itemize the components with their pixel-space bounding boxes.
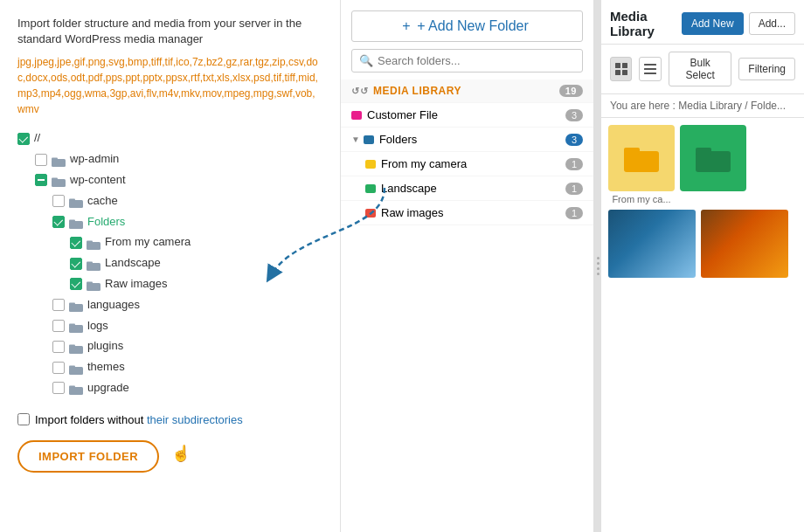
- landscape-dot: [365, 184, 376, 193]
- add-new-folder-button[interactable]: + + Add New Folder: [351, 10, 583, 42]
- from-my-camera-dot: [365, 160, 376, 169]
- landscape-count: 1: [565, 183, 583, 195]
- photo-thumb-2[interactable]: [701, 210, 788, 278]
- plugins-checkbox[interactable]: [52, 341, 65, 353]
- folder-icon-raw-images: [87, 279, 100, 289]
- tree-item-folders: Folders: [17, 213, 322, 231]
- cursor-icon: ☝: [171, 444, 191, 463]
- raw-images-checkbox[interactable]: [70, 278, 82, 290]
- tree-item-cache: cache: [17, 192, 322, 211]
- svg-rect-23: [69, 386, 75, 389]
- folder-list: ↺↺ MEDIA LIBRARY 19 Customer File 3 ▼ Fo…: [341, 79, 593, 532]
- svg-rect-1: [52, 157, 58, 160]
- import-subdirs-checkbox[interactable]: [17, 413, 30, 425]
- wp-admin-checkbox[interactable]: [35, 154, 47, 166]
- media-library-header-item[interactable]: ↺↺ MEDIA LIBRARY 19: [341, 79, 593, 103]
- folder-item-folders[interactable]: ▼ Folders 3: [341, 128, 593, 152]
- filtering-button[interactable]: Filtering: [738, 58, 795, 80]
- from-my-camera-list-label: From my camera: [381, 157, 467, 170]
- customer-file-dot: [351, 111, 362, 120]
- middle-panel: + + Add New Folder 🔍 ↺↺ MEDIA LIBRARY 19…: [341, 0, 594, 532]
- breadcrumb: You are here : Media Library / Folde...: [601, 94, 804, 118]
- cache-checkbox[interactable]: [52, 195, 65, 207]
- folder-icon-wp-admin: [52, 155, 66, 165]
- search-input[interactable]: [378, 54, 575, 67]
- wp-content-checkbox[interactable]: [35, 174, 47, 186]
- landscape-checkbox[interactable]: [70, 258, 82, 270]
- folder-icon-folders: [69, 217, 83, 227]
- view-toolbar: Bulk Select Filtering: [601, 45, 804, 94]
- photo-thumb-1[interactable]: [608, 210, 696, 278]
- svg-rect-21: [69, 365, 75, 368]
- add-new-button[interactable]: Add New: [682, 12, 744, 35]
- upgrade-checkbox[interactable]: [52, 382, 65, 394]
- tree-item-plugins: plugins: [17, 337, 322, 356]
- landscape-label: Landscape: [105, 254, 161, 273]
- folder-item-from-my-camera[interactable]: From my camera 1: [341, 152, 593, 176]
- svg-rect-3: [52, 178, 58, 181]
- folder-item-customer-file[interactable]: Customer File 3: [341, 103, 593, 128]
- divider-dots: [597, 257, 600, 275]
- tree-item-themes: themes: [17, 358, 322, 377]
- from-my-camera-checkbox[interactable]: [70, 237, 82, 249]
- folders-arrow-icon: ▼: [351, 135, 360, 144]
- folder-icon-from-my-camera: [87, 238, 100, 248]
- upgrade-label: upgrade: [87, 379, 129, 397]
- folder-thumb-from-my-camera[interactable]: From my ca...: [608, 125, 675, 204]
- folder-icon-plugins: [69, 342, 83, 352]
- languages-label: languages: [87, 296, 140, 314]
- themes-label: themes: [87, 358, 125, 377]
- svg-rect-5: [69, 199, 75, 202]
- svg-rect-32: [624, 148, 640, 155]
- customer-file-label: Customer File: [367, 108, 438, 121]
- tree-item-wp-admin: wp-admin: [17, 150, 322, 169]
- svg-rect-26: [615, 70, 620, 75]
- bulk-select-button[interactable]: Bulk Select: [669, 52, 731, 86]
- tree-item-landscape: Landscape: [17, 254, 322, 273]
- root-checkbox[interactable]: [17, 133, 30, 145]
- add-button-2[interactable]: Add...: [749, 12, 795, 35]
- folders-list-label: Folders: [379, 133, 417, 146]
- left-panel: Import folder structure and media from y…: [0, 0, 341, 532]
- panel-divider[interactable]: [594, 0, 601, 532]
- svg-rect-34: [696, 148, 711, 155]
- file-types-text: jpg,jpeg,jpe,gif,png,svg,bmp,tiff,tif,ic…: [17, 54, 322, 117]
- their-subdirectories-link[interactable]: their subdirectories: [147, 413, 243, 426]
- svg-rect-27: [622, 70, 627, 75]
- description-text: Import folder structure and media from y…: [17, 16, 322, 47]
- svg-rect-9: [87, 240, 93, 243]
- grid-view-button[interactable]: [610, 57, 632, 81]
- customer-file-count: 3: [565, 109, 583, 121]
- media-library-toolbar: Media Library Add New Add...: [601, 0, 804, 45]
- media-library-title: Media Library: [610, 9, 676, 38]
- folder-icon-logs: [69, 321, 83, 331]
- media-grid: From my ca...: [601, 118, 804, 532]
- plus-icon: +: [402, 18, 410, 33]
- breadcrumb-text: You are here : Media Library / Folde...: [610, 100, 786, 112]
- plugins-label: plugins: [87, 337, 123, 356]
- svg-rect-24: [615, 63, 620, 68]
- folder-thumbnail: [608, 125, 675, 191]
- media-library-icon: ↺↺: [351, 86, 368, 97]
- tree-item-upgrade: upgrade: [17, 379, 322, 397]
- logs-checkbox[interactable]: [52, 320, 65, 332]
- raw-images-list-label: Raw images: [381, 206, 444, 219]
- svg-rect-30: [644, 73, 656, 74]
- folder-item-landscape[interactable]: Landscape 1: [341, 176, 593, 201]
- svg-rect-25: [622, 63, 627, 68]
- list-view-button[interactable]: [639, 57, 661, 81]
- folder-item-raw-images[interactable]: Raw images 1: [341, 201, 593, 225]
- import-subdirs-label: Import folders without their subdirector…: [35, 413, 243, 426]
- import-folder-button[interactable]: IMPORT FOLDER: [17, 440, 159, 473]
- folders-checkbox[interactable]: [52, 216, 65, 228]
- folder-icon-themes: [69, 363, 83, 373]
- languages-checkbox[interactable]: [52, 299, 65, 311]
- themes-checkbox[interactable]: [52, 362, 65, 374]
- import-subdirs-row: Import folders without their subdirector…: [17, 413, 322, 426]
- svg-rect-15: [69, 303, 75, 306]
- tree-root: //: [17, 129, 322, 148]
- folder-thumb-green[interactable]: [680, 125, 746, 204]
- svg-rect-28: [644, 64, 656, 66]
- folder-icon-landscape: [87, 259, 100, 269]
- cache-label: cache: [87, 192, 118, 211]
